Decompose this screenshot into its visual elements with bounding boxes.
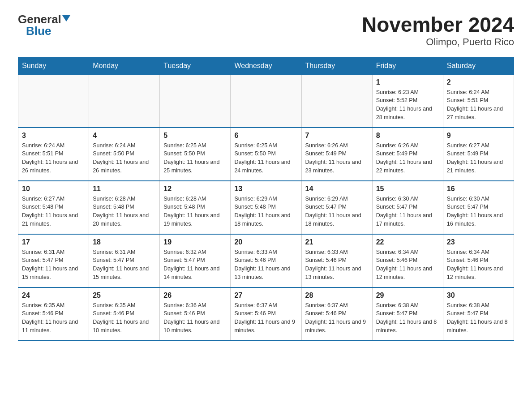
sun-info: Sunrise: 6:28 AMSunset: 5:48 PMDaylight:… (163, 195, 227, 228)
day-number: 14 (305, 185, 369, 193)
calendar-cell: 24Sunrise: 6:35 AMSunset: 5:46 PMDayligh… (18, 287, 89, 341)
sun-info: Sunrise: 6:33 AMSunset: 5:46 PMDaylight:… (305, 248, 369, 282)
calendar-week-row: 3Sunrise: 6:24 AMSunset: 5:51 PMDaylight… (18, 128, 514, 181)
sun-info: Sunrise: 6:36 AMSunset: 5:46 PMDaylight:… (163, 301, 227, 335)
logo-general-text: General (18, 13, 61, 25)
calendar-cell: 18Sunrise: 6:31 AMSunset: 5:47 PMDayligh… (89, 234, 160, 287)
sun-info: Sunrise: 6:34 AMSunset: 5:46 PMDaylight:… (376, 248, 439, 282)
sun-info: Sunrise: 6:35 AMSunset: 5:46 PMDaylight:… (93, 301, 156, 335)
day-number: 19 (163, 238, 227, 246)
sun-info: Sunrise: 6:28 AMSunset: 5:48 PMDaylight:… (93, 195, 156, 228)
calendar-cell (301, 74, 372, 128)
calendar-cell: 19Sunrise: 6:32 AMSunset: 5:47 PMDayligh… (160, 234, 231, 287)
day-number: 26 (163, 291, 227, 300)
day-number: 7 (305, 132, 369, 140)
day-number: 16 (447, 185, 510, 193)
sun-info: Sunrise: 6:27 AMSunset: 5:49 PMDaylight:… (447, 141, 510, 175)
sun-info: Sunrise: 6:29 AMSunset: 5:48 PMDaylight:… (234, 195, 297, 228)
day-number: 1 (376, 78, 439, 86)
sun-info: Sunrise: 6:34 AMSunset: 5:46 PMDaylight:… (447, 248, 510, 282)
sun-info: Sunrise: 6:32 AMSunset: 5:47 PMDaylight:… (163, 248, 227, 282)
calendar-week-row: 1Sunrise: 6:23 AMSunset: 5:52 PMDaylight… (18, 74, 514, 128)
header-friday: Friday (372, 57, 443, 74)
sun-info: Sunrise: 6:38 AMSunset: 5:47 PMDaylight:… (376, 301, 439, 335)
logo-triangle-icon (62, 15, 70, 21)
calendar-cell: 12Sunrise: 6:28 AMSunset: 5:48 PMDayligh… (160, 181, 231, 234)
sun-info: Sunrise: 6:25 AMSunset: 5:50 PMDaylight:… (163, 141, 227, 175)
day-number: 11 (93, 185, 156, 193)
calendar-cell: 22Sunrise: 6:34 AMSunset: 5:46 PMDayligh… (372, 234, 443, 287)
calendar-cell: 16Sunrise: 6:30 AMSunset: 5:47 PMDayligh… (443, 181, 514, 234)
calendar-cell: 28Sunrise: 6:37 AMSunset: 5:46 PMDayligh… (301, 287, 372, 341)
day-number: 27 (234, 291, 297, 300)
day-number: 21 (305, 238, 369, 246)
calendar-cell: 6Sunrise: 6:25 AMSunset: 5:50 PMDaylight… (231, 128, 301, 181)
sun-info: Sunrise: 6:38 AMSunset: 5:47 PMDaylight:… (447, 301, 510, 335)
day-number: 5 (163, 132, 227, 140)
calendar-week-row: 24Sunrise: 6:35 AMSunset: 5:46 PMDayligh… (18, 287, 514, 341)
calendar-cell: 2Sunrise: 6:24 AMSunset: 5:51 PMDaylight… (443, 74, 514, 128)
calendar-cell: 5Sunrise: 6:25 AMSunset: 5:50 PMDaylight… (160, 128, 231, 181)
sun-info: Sunrise: 6:30 AMSunset: 5:47 PMDaylight:… (376, 195, 439, 228)
header-tuesday: Tuesday (160, 57, 231, 74)
day-number: 25 (93, 291, 156, 300)
day-number: 2 (447, 78, 510, 86)
header-monday: Monday (89, 57, 160, 74)
day-number: 23 (447, 238, 510, 246)
day-number: 20 (234, 238, 297, 246)
calendar-cell: 17Sunrise: 6:31 AMSunset: 5:47 PMDayligh… (18, 234, 89, 287)
page-subtitle: Olimpo, Puerto Rico (362, 36, 514, 48)
calendar-cell: 23Sunrise: 6:34 AMSunset: 5:46 PMDayligh… (443, 234, 514, 287)
sun-info: Sunrise: 6:24 AMSunset: 5:50 PMDaylight:… (93, 141, 156, 175)
sun-info: Sunrise: 6:26 AMSunset: 5:49 PMDaylight:… (305, 141, 369, 175)
day-number: 6 (234, 132, 297, 140)
calendar-cell: 20Sunrise: 6:33 AMSunset: 5:46 PMDayligh… (231, 234, 301, 287)
calendar-cell: 25Sunrise: 6:35 AMSunset: 5:46 PMDayligh… (89, 287, 160, 341)
sun-info: Sunrise: 6:25 AMSunset: 5:50 PMDaylight:… (234, 141, 297, 175)
sun-info: Sunrise: 6:33 AMSunset: 5:46 PMDaylight:… (234, 248, 297, 282)
calendar-cell (231, 74, 301, 128)
logo: General Blue (18, 13, 70, 37)
header-wednesday: Wednesday (231, 57, 301, 74)
header-thursday: Thursday (301, 57, 372, 74)
day-number: 15 (376, 185, 439, 193)
logo-blue-text: Blue (26, 25, 51, 37)
calendar-cell: 13Sunrise: 6:29 AMSunset: 5:48 PMDayligh… (231, 181, 301, 234)
page-header: General Blue November 2024 Olimpo, Puert… (18, 13, 514, 48)
sun-info: Sunrise: 6:31 AMSunset: 5:47 PMDaylight:… (93, 248, 156, 282)
day-number: 8 (376, 132, 439, 140)
sun-info: Sunrise: 6:35 AMSunset: 5:46 PMDaylight:… (22, 301, 85, 335)
day-number: 29 (376, 291, 439, 300)
calendar-table: Sunday Monday Tuesday Wednesday Thursday… (18, 57, 514, 341)
day-number: 12 (163, 185, 227, 193)
header-sunday: Sunday (18, 57, 89, 74)
day-number: 3 (22, 132, 85, 140)
day-number: 9 (447, 132, 510, 140)
day-number: 10 (22, 185, 85, 193)
calendar-cell: 15Sunrise: 6:30 AMSunset: 5:47 PMDayligh… (372, 181, 443, 234)
sun-info: Sunrise: 6:24 AMSunset: 5:51 PMDaylight:… (22, 141, 85, 175)
sun-info: Sunrise: 6:30 AMSunset: 5:47 PMDaylight:… (447, 195, 510, 228)
sun-info: Sunrise: 6:37 AMSunset: 5:46 PMDaylight:… (305, 301, 369, 335)
calendar-cell: 1Sunrise: 6:23 AMSunset: 5:52 PMDaylight… (372, 74, 443, 128)
calendar-week-row: 17Sunrise: 6:31 AMSunset: 5:47 PMDayligh… (18, 234, 514, 287)
sun-info: Sunrise: 6:37 AMSunset: 5:46 PMDaylight:… (234, 301, 297, 335)
calendar-cell: 3Sunrise: 6:24 AMSunset: 5:51 PMDaylight… (18, 128, 89, 181)
day-number: 24 (22, 291, 85, 300)
sun-info: Sunrise: 6:31 AMSunset: 5:47 PMDaylight:… (22, 248, 85, 282)
sun-info: Sunrise: 6:27 AMSunset: 5:48 PMDaylight:… (22, 195, 85, 228)
sun-info: Sunrise: 6:26 AMSunset: 5:49 PMDaylight:… (376, 141, 439, 175)
day-number: 18 (93, 238, 156, 246)
sun-info: Sunrise: 6:24 AMSunset: 5:51 PMDaylight:… (447, 88, 510, 122)
calendar-cell (160, 74, 231, 128)
calendar-cell (89, 74, 160, 128)
day-number: 4 (93, 132, 156, 140)
calendar-cell: 14Sunrise: 6:29 AMSunset: 5:47 PMDayligh… (301, 181, 372, 234)
day-number: 28 (305, 291, 369, 300)
calendar-cell: 21Sunrise: 6:33 AMSunset: 5:46 PMDayligh… (301, 234, 372, 287)
calendar-cell: 9Sunrise: 6:27 AMSunset: 5:49 PMDaylight… (443, 128, 514, 181)
title-area: November 2024 Olimpo, Puerto Rico (362, 13, 514, 48)
calendar-cell: 7Sunrise: 6:26 AMSunset: 5:49 PMDaylight… (301, 128, 372, 181)
page-title: November 2024 (362, 13, 514, 36)
day-number: 22 (376, 238, 439, 246)
